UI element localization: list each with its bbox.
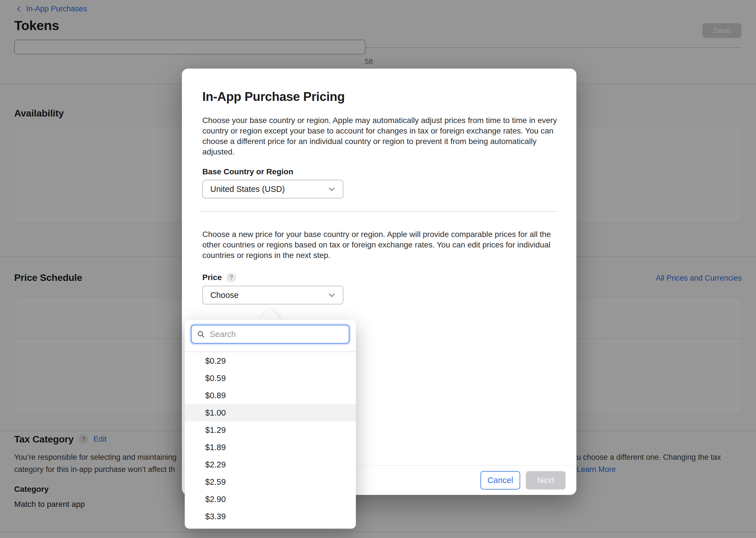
base-country-value: United States (USD) bbox=[210, 185, 285, 194]
next-button[interactable]: Next bbox=[526, 471, 566, 490]
price-option[interactable]: $2.90 bbox=[185, 491, 356, 508]
modal-divider bbox=[200, 211, 556, 212]
popover-divider bbox=[185, 351, 356, 352]
base-country-label: Base Country or Region bbox=[202, 167, 293, 176]
price-option[interactable]: $0.29 bbox=[185, 352, 356, 370]
price-option-list: $0.29$0.59$0.89$1.00$1.29$1.89$2.29$2.59… bbox=[185, 352, 356, 525]
search-icon bbox=[197, 330, 205, 339]
price-label: Price bbox=[202, 273, 222, 282]
screenshot-root: { "page": { "back_link": "In-App Purchas… bbox=[0, 0, 756, 538]
base-country-select[interactable]: United States (USD) bbox=[202, 180, 344, 198]
price-option[interactable]: $1.00 bbox=[185, 404, 356, 421]
search-field[interactable] bbox=[191, 325, 349, 344]
price-option[interactable]: $2.59 bbox=[185, 473, 356, 491]
price-popover: $0.29$0.59$0.89$1.00$1.29$1.89$2.29$2.59… bbox=[185, 320, 356, 529]
chevron-down-icon bbox=[328, 291, 336, 299]
price-option[interactable]: $3.39 bbox=[185, 508, 356, 525]
price-option[interactable]: $1.29 bbox=[185, 421, 356, 439]
price-option[interactable]: $2.29 bbox=[185, 456, 356, 473]
modal-title: In-App Purchase Pricing bbox=[202, 89, 345, 104]
price-option[interactable]: $0.59 bbox=[185, 370, 356, 387]
help-icon[interactable]: ? bbox=[226, 273, 236, 282]
price-option[interactable]: $1.89 bbox=[185, 439, 356, 456]
price-intro-text: Choose a new price for your base country… bbox=[202, 229, 559, 260]
search-input[interactable] bbox=[209, 329, 344, 339]
price-option[interactable]: $0.89 bbox=[185, 387, 356, 404]
cancel-button[interactable]: Cancel bbox=[480, 471, 520, 490]
modal-intro-text: Choose your base country or region. Appl… bbox=[202, 115, 559, 157]
price-select-value: Choose bbox=[210, 291, 239, 300]
chevron-down-icon bbox=[328, 185, 336, 193]
price-select[interactable]: Choose bbox=[202, 286, 344, 304]
price-label-row: Price ? bbox=[202, 273, 236, 282]
